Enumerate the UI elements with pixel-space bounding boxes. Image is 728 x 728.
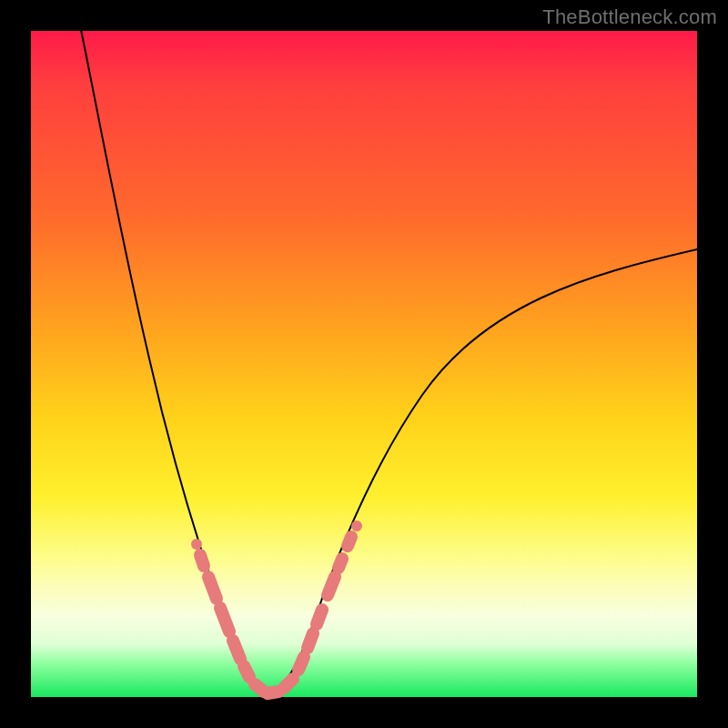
marker-bead xyxy=(339,559,342,568)
marker-bead xyxy=(308,633,313,648)
marker-bead xyxy=(298,657,304,670)
marker-bead xyxy=(284,679,293,688)
marker-bead xyxy=(317,610,322,624)
watermark-text: TheBottleneck.com xyxy=(542,5,717,29)
marker-bead xyxy=(208,577,217,599)
marker-bead xyxy=(244,666,249,677)
curve-layer xyxy=(31,31,697,697)
marker-bead xyxy=(268,692,278,693)
marker-dot xyxy=(191,539,202,550)
marker-dot xyxy=(351,521,362,531)
marker-bead xyxy=(200,555,204,566)
marker-bead xyxy=(220,608,229,632)
marker-bead xyxy=(328,577,335,595)
marker-bead xyxy=(348,537,351,546)
chart-frame: TheBottleneck.com xyxy=(0,0,728,728)
marker-bead xyxy=(233,641,240,659)
plot-area xyxy=(31,31,697,697)
bottleneck-curve xyxy=(80,25,697,693)
